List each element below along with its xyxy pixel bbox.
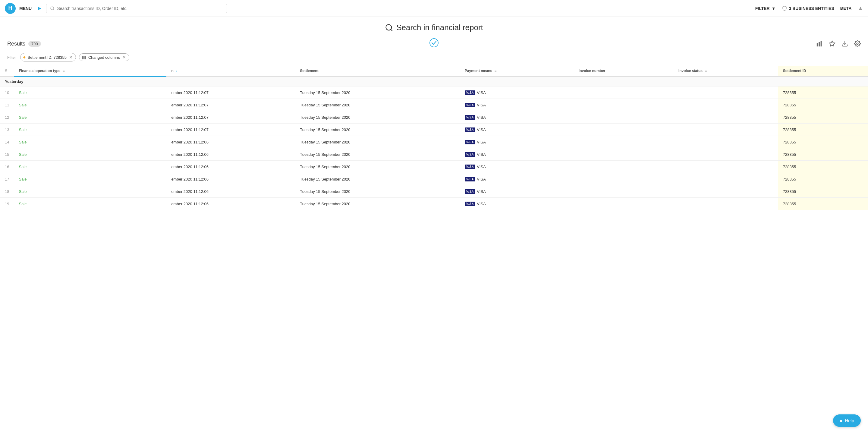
row-date: ember 2020 11:12:06 (166, 173, 295, 185)
row-date: ember 2020 11:12:06 (166, 198, 295, 210)
col-header-fin-op-type[interactable]: Financial operation type ≡ (14, 66, 166, 76)
row-settlement-id: 728355 (778, 136, 868, 148)
table-row[interactable]: 15Saleember 2020 11:12:06Tuesday 15 Sept… (0, 148, 868, 161)
global-search-bar[interactable] (46, 4, 227, 13)
row-settlement: Tuesday 15 September 2020 (295, 136, 460, 148)
table-row[interactable]: 12Saleember 2020 11:12:07Tuesday 15 Sept… (0, 111, 868, 124)
changed-columns-chip[interactable]: ▮▮ Changed columns ✕ (79, 53, 129, 61)
download-icon[interactable] (841, 40, 848, 47)
row-date: ember 2020 11:12:06 (166, 148, 295, 161)
visa-logo: VISA VISA (465, 90, 486, 95)
table-row[interactable]: 13Saleember 2020 11:12:07Tuesday 15 Sept… (0, 124, 868, 136)
row-settlement: Tuesday 15 September 2020 (295, 87, 460, 99)
svg-line-3 (391, 29, 393, 31)
col-header-settlement[interactable]: Settlement (295, 66, 460, 76)
row-date: ember 2020 11:12:07 (166, 124, 295, 136)
row-settlement-id: 728355 (778, 111, 868, 124)
visa-logo: VISA VISA (465, 115, 486, 120)
settings-icon[interactable] (854, 40, 861, 47)
table-row[interactable]: 18Saleember 2020 11:12:06Tuesday 15 Sept… (0, 185, 868, 198)
results-bar: Results 790 (0, 36, 868, 51)
payment-means-menu-icon[interactable]: ≡ (495, 69, 497, 73)
settlement-chip-close[interactable]: ✕ (69, 55, 73, 60)
app-logo[interactable]: H (5, 3, 16, 14)
row-invoice-status (674, 185, 778, 198)
global-search-input[interactable] (57, 6, 223, 11)
svg-point-2 (386, 24, 392, 30)
row-num: 13 (0, 124, 14, 136)
svg-rect-6 (818, 42, 820, 47)
navigation-icon[interactable]: ► (36, 5, 42, 12)
settlement-filter-chip[interactable]: ● Settlement ID: 728355 ✕ (20, 53, 76, 61)
fin-op-type-menu-icon[interactable]: ≡ (63, 69, 65, 73)
col-header-payment-means[interactable]: Payment means ≡ (460, 66, 574, 76)
col-header-settlement-id[interactable]: Settlement ID (778, 66, 868, 76)
columns-icon: ▮▮ (82, 55, 87, 60)
row-num: 11 (0, 99, 14, 111)
collapse-button[interactable]: ▲ (858, 5, 863, 11)
svg-rect-5 (817, 43, 818, 46)
row-settlement-id: 728355 (778, 173, 868, 185)
beta-badge: BETA (840, 6, 852, 10)
row-date: ember 2020 11:12:07 (166, 99, 295, 111)
star-icon[interactable] (829, 40, 835, 47)
results-table: # Financial operation type ≡ n ↓ Settlem… (0, 66, 868, 210)
results-table-wrapper: # Financial operation type ≡ n ↓ Settlem… (0, 66, 868, 210)
row-date: ember 2020 11:12:06 (166, 161, 295, 173)
visa-logo: VISA VISA (465, 140, 486, 144)
row-payment: VISA VISA (460, 136, 574, 148)
row-invoice-number (574, 185, 674, 198)
row-type[interactable]: Sale (14, 136, 166, 148)
changed-columns-chip-close[interactable]: ✕ (122, 55, 126, 60)
row-type[interactable]: Sale (14, 185, 166, 198)
col-header-invoice-number[interactable]: Invoice number (574, 66, 674, 76)
svg-line-1 (53, 9, 54, 10)
row-invoice-number (574, 198, 674, 210)
row-date: ember 2020 11:12:07 (166, 111, 295, 124)
filter-button[interactable]: FILTER ▼ (755, 6, 776, 11)
bar-chart-icon[interactable] (816, 40, 823, 47)
table-row[interactable]: 10Saleember 2020 11:12:07Tuesday 15 Sept… (0, 87, 868, 99)
row-settlement: Tuesday 15 September 2020 (295, 161, 460, 173)
row-num: 10 (0, 87, 14, 99)
row-type[interactable]: Sale (14, 173, 166, 185)
row-type[interactable]: Sale (14, 99, 166, 111)
row-type[interactable]: Sale (14, 148, 166, 161)
row-date: ember 2020 11:12:06 (166, 136, 295, 148)
date-sort-icon[interactable]: ↓ (176, 69, 178, 73)
row-settlement: Tuesday 15 September 2020 (295, 173, 460, 185)
group-row-yesterday: Yesterday (0, 76, 868, 87)
col-header-invoice-status[interactable]: Invoice status ≡ (674, 66, 778, 76)
row-invoice-status (674, 87, 778, 99)
svg-point-10 (857, 43, 858, 44)
search-icon (50, 6, 55, 11)
shield-icon (782, 6, 787, 11)
row-payment: VISA VISA (460, 198, 574, 210)
row-invoice-status (674, 136, 778, 148)
row-settlement: Tuesday 15 September 2020 (295, 99, 460, 111)
check-icon (429, 38, 439, 50)
app-header: H MENU ► FILTER ▼ 3 BUSINESS ENTITIES BE… (0, 0, 868, 17)
table-row[interactable]: 19Saleember 2020 11:12:06Tuesday 15 Sept… (0, 198, 868, 210)
row-payment: VISA VISA (460, 185, 574, 198)
row-type[interactable]: Sale (14, 111, 166, 124)
row-type[interactable]: Sale (14, 124, 166, 136)
row-payment: VISA VISA (460, 161, 574, 173)
col-header-date[interactable]: n ↓ (166, 66, 295, 76)
row-type[interactable]: Sale (14, 161, 166, 173)
business-entities[interactable]: 3 BUSINESS ENTITIES (782, 6, 834, 11)
row-num: 18 (0, 185, 14, 198)
row-invoice-number (574, 161, 674, 173)
row-invoice-status (674, 198, 778, 210)
row-invoice-status (674, 111, 778, 124)
invoice-status-menu-icon[interactable]: ≡ (705, 69, 707, 73)
table-row[interactable]: 14Saleember 2020 11:12:06Tuesday 15 Sept… (0, 136, 868, 148)
visa-logo: VISA VISA (465, 103, 486, 107)
table-row[interactable]: 16Saleember 2020 11:12:06Tuesday 15 Sept… (0, 161, 868, 173)
row-type[interactable]: Sale (14, 198, 166, 210)
row-type[interactable]: Sale (14, 87, 166, 99)
row-settlement-id: 728355 (778, 87, 868, 99)
menu-label[interactable]: MENU (19, 6, 32, 11)
table-row[interactable]: 17Saleember 2020 11:12:06Tuesday 15 Sept… (0, 173, 868, 185)
table-row[interactable]: 11Saleember 2020 11:12:07Tuesday 15 Sept… (0, 99, 868, 111)
